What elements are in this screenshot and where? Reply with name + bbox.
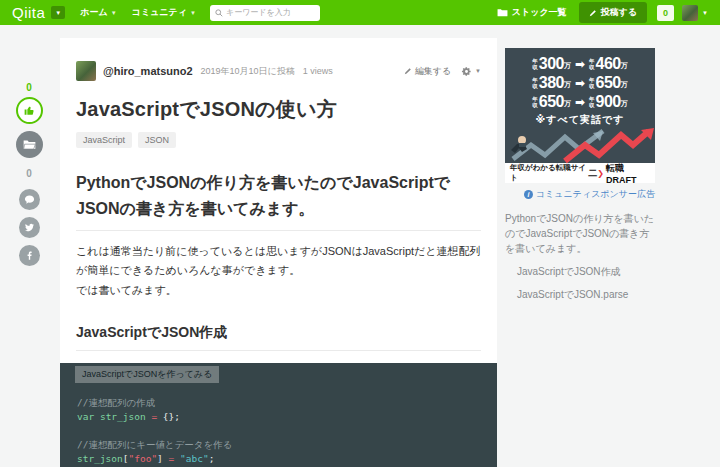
toc-item[interactable]: JavaScriptでJSON.parse [517, 287, 655, 302]
chevron-down-icon: ▼ [190, 10, 196, 16]
tag[interactable]: JSON [138, 132, 176, 148]
folder-icon [497, 8, 508, 17]
toc-item[interactable]: JavaScriptでJSON作成 [517, 264, 655, 279]
section-heading-2: PythonでJSONの作り方を書いたのでJavaScriptでJSONの書き方… [76, 170, 481, 231]
sponsor-info-link[interactable]: i コミュニティスポンサー広告 [505, 188, 655, 201]
pencil-icon [589, 9, 597, 17]
draft-logo-icon: ❯ [597, 169, 604, 178]
notification-badge[interactable]: 0 [657, 5, 674, 21]
chevron-down-icon[interactable]: ▼ [702, 10, 708, 16]
author-avatar[interactable] [76, 61, 96, 81]
ad-rows: 年収300万➡年収460万年収380万➡年収650万年収650万➡年収900万 [505, 48, 655, 111]
speech-bubble-icon [24, 194, 35, 205]
like-count: 0 [26, 82, 32, 93]
user-avatar[interactable] [682, 5, 698, 21]
chevron-down-icon: ▼ [475, 68, 481, 74]
page-title: JavaScriptでJSONの使い方 [76, 96, 481, 123]
ad-caption: 年収がわかる転職サイト [510, 163, 588, 183]
ad-salary-row: 年収300万➡年収460万 [505, 55, 655, 73]
info-icon: i [524, 190, 533, 199]
code-block: JavaScriptでJSONを作ってみる //連想配列の作成var str_j… [60, 363, 497, 467]
view-count: 1 views [303, 66, 333, 76]
nav-item-home[interactable]: ホーム▼ [80, 6, 116, 19]
action-rail: 0 0 [13, 82, 45, 266]
folder-icon [23, 139, 36, 150]
chevron-down-icon: ▼ [55, 10, 61, 16]
ad-note: ※すべて実話です [505, 113, 655, 127]
settings-menu-button[interactable]: ▼ [461, 66, 481, 77]
edit-button[interactable]: 編集する [404, 65, 451, 78]
tag-list: JavaScriptJSON [76, 132, 481, 148]
ad-salary-row: 年収650万➡年収900万 [505, 93, 655, 111]
stock-list-link[interactable]: ストック一覧 [497, 6, 567, 19]
logo-dropdown[interactable]: ▼ [51, 6, 65, 19]
author-name[interactable]: @hiro_matsuno2 [103, 65, 193, 77]
facebook-share-button[interactable] [19, 245, 40, 266]
nav-item-community[interactable]: コミュニティ▼ [132, 6, 196, 19]
toc-item[interactable]: PythonでJSONの作り方を書いたのでJavaScriptでJSONの書き方… [505, 211, 655, 256]
right-sidebar: 年収300万➡年収460万年収380万➡年収650万年収650万➡年収900万 … [505, 48, 655, 310]
chevron-down-icon: ▼ [111, 10, 117, 16]
ad-chart-illustration [505, 127, 655, 163]
code-content[interactable]: //連想配列の作成var str_json = {}; //連想配列にキー値とデ… [60, 396, 497, 467]
thumbs-up-icon [23, 104, 36, 117]
tag[interactable]: JavaScript [76, 132, 132, 148]
comment-button[interactable] [19, 189, 40, 210]
search-input[interactable] [226, 8, 311, 17]
ad-footer: 年収がわかる転職サイト 二 ❯ 転職DRAFT [505, 163, 655, 183]
stock-button[interactable] [16, 131, 43, 158]
search-box[interactable] [210, 5, 320, 21]
section-heading-3: JavaScriptでJSON作成 [76, 324, 481, 351]
ad-brand-logo: 二 ❯ 転職DRAFT [588, 162, 650, 185]
post-button[interactable]: 投稿する [579, 2, 647, 23]
facebook-icon [24, 250, 35, 261]
gear-icon [461, 66, 472, 77]
like-button[interactable] [16, 97, 43, 124]
code-filename-label: JavaScriptでJSONを作ってみる [75, 366, 219, 383]
ad-salary-row: 年収380万➡年収650万 [505, 74, 655, 92]
post-date: 2019年10月10日に投稿 [201, 65, 295, 78]
sponsor-ad-banner[interactable]: 年収300万➡年収460万年収380万➡年収650万年収650万➡年収900万 … [505, 48, 655, 183]
toc-list: PythonでJSONの作り方を書いたのでJavaScriptでJSONの書き方… [505, 211, 655, 302]
comment-count: 0 [26, 168, 32, 179]
search-icon [215, 9, 223, 17]
article-header: @hiro_matsuno2 2019年10月10日に投稿 1 views 編集… [76, 61, 481, 81]
draft-logo-icon: 二 [588, 167, 596, 180]
pencil-icon [404, 67, 412, 75]
twitter-icon [24, 222, 35, 233]
qiita-logo[interactable]: Qiita [12, 4, 45, 21]
twitter-share-button[interactable] [19, 217, 40, 238]
body-paragraph: これは通常当たり前に使っているとは思いますがJSONはJavaScriptだと連… [76, 242, 481, 281]
body-paragraph: では書いてみます。 [76, 281, 481, 300]
top-navbar: Qiita ▼ ホーム▼ コミュニティ▼ ストック一覧 投稿する 0 ▼ [0, 0, 720, 25]
article-card: @hiro_matsuno2 2019年10月10日に投稿 1 views 編集… [60, 38, 497, 467]
